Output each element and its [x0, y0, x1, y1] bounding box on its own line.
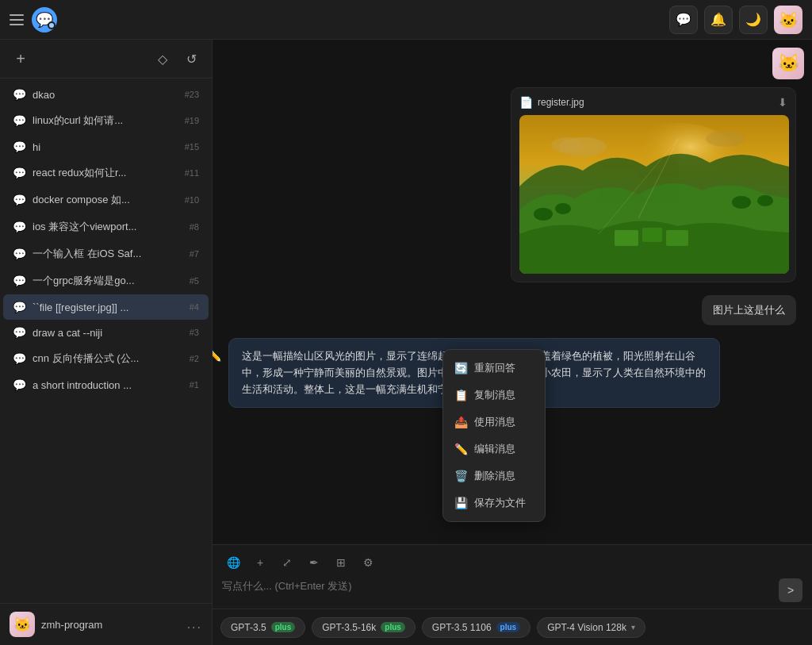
chat-avatar-image: 🐱	[772, 48, 804, 79]
chat-item[interactable]: 💬 cnn 反向传播公式 (公... #2	[3, 345, 209, 372]
chat-item-num: #1	[190, 380, 199, 390]
context-delete-label: 删除消息	[474, 469, 515, 483]
new-chat-button[interactable]: +	[10, 48, 32, 70]
message-input[interactable]	[222, 578, 772, 602]
download-button[interactable]: ⬇	[778, 96, 787, 109]
chat-item-name: hi	[33, 141, 178, 153]
svg-point-8	[534, 208, 553, 221]
svg-rect-5	[615, 230, 638, 246]
svg-point-9	[555, 203, 571, 214]
chat-bubble-icon: 💬	[13, 167, 26, 179]
model-gpt35[interactable]: GPT-3.5 plus	[220, 617, 305, 638]
chat-item[interactable]: 💬 a short introduction ... #1	[3, 372, 209, 397]
sidebar-header: + ◇ ↺	[0, 40, 212, 79]
sidebar-refresh-button[interactable]: ↺	[180, 48, 202, 70]
sidebar-user-avatar: 🐱	[10, 612, 35, 637]
chat-item-name: ``file [[register.jpg]] ...	[33, 301, 183, 313]
sidebar-action-icon1[interactable]: ◇	[151, 48, 174, 70]
table-tool-button[interactable]: ⊞	[330, 551, 352, 574]
use-icon: 📤	[454, 416, 468, 428]
chat-item[interactable]: 💬 draw a cat --niji #3	[3, 320, 209, 345]
chat-item[interactable]: 💬 linux的curl 如何请... #19	[3, 107, 209, 134]
chat-bubble-icon: 💬	[676, 12, 691, 27]
chat-bubble-icon: 💬	[13, 140, 26, 153]
chat-item-num: #11	[185, 168, 199, 178]
chat-item[interactable]: 💬 docker compose 如... #10	[3, 186, 209, 213]
sidebar: + ◇ ↺ 💬 dkao #23 💬 linux的curl 如何请... #19…	[0, 40, 213, 645]
add-tool-button[interactable]: +	[249, 551, 271, 574]
chat-item-num: #4	[190, 302, 199, 312]
bookmark-icon: ◇	[158, 52, 167, 67]
table-icon: ⊞	[336, 556, 346, 569]
hamburger-icon[interactable]	[10, 14, 24, 25]
chevron-down-icon: ▾	[631, 623, 635, 632]
expand-icon: ⤢	[282, 556, 292, 569]
chat-bubble-icon: 💬	[13, 326, 26, 339]
notification-button[interactable]: 🔔	[704, 6, 733, 34]
chat-item-num: #7	[190, 249, 199, 259]
landscape-svg	[519, 115, 789, 274]
chat-item-name: react redux如何让r...	[33, 166, 178, 180]
model-gpt35-16k[interactable]: GPT-3.5-16k plus	[312, 617, 416, 638]
model-gpt4-vision[interactable]: GPT-4 Vision 128k ▾	[537, 617, 645, 638]
context-copy[interactable]: 📋 复制消息	[443, 382, 545, 409]
context-use[interactable]: 📤 使用消息	[443, 409, 545, 436]
chat-bubble-icon: 💬	[13, 378, 26, 391]
chat-item-name: dkao	[33, 89, 178, 101]
context-edit-label: 编辑消息	[474, 442, 515, 456]
context-copy-label: 复制消息	[474, 388, 515, 402]
chat-item[interactable]: 💬 dkao #23	[3, 82, 209, 107]
chat-item-name: ios 兼容这个viewport...	[33, 220, 183, 234]
expand-tool-button[interactable]: ⤢	[276, 551, 298, 574]
chat-item-name: draw a cat --niji	[33, 327, 183, 339]
edit-message-icon[interactable]: ✏️	[213, 346, 224, 365]
topbar: 💬 💬 🔔 🌙 🐱	[0, 0, 812, 40]
model-gpt35-1106-badge: plus	[496, 622, 521, 632]
chat-item-name: a short introduction ...	[33, 379, 183, 391]
context-edit[interactable]: ✏️ 编辑消息	[443, 436, 545, 463]
context-retry[interactable]: 🔄 重新回答	[443, 355, 545, 382]
dark-mode-button[interactable]: 🌙	[739, 6, 768, 34]
context-delete[interactable]: 🗑️ 删除消息	[443, 463, 545, 490]
sidebar-more-button[interactable]: ...	[187, 617, 202, 632]
moon-icon: 🌙	[745, 12, 761, 27]
svg-point-10	[732, 196, 751, 209]
chat-item-active[interactable]: 💬 ``file [[register.jpg]] ... #4	[3, 294, 209, 320]
chat-item-num: #23	[185, 90, 199, 99]
chat-item[interactable]: 💬 一个grpc服务端是go... #5	[3, 267, 209, 294]
globe-tool-button[interactable]: 🌐	[222, 551, 244, 574]
context-retry-label: 重新回答	[474, 361, 515, 375]
chat-item[interactable]: 💬 ios 兼容这个viewport... #8	[3, 213, 209, 240]
settings-tool-button[interactable]: ⚙	[357, 551, 379, 574]
delete-icon: 🗑️	[454, 470, 468, 482]
context-save[interactable]: 💾 保存为文件	[443, 490, 545, 516]
models-bar: GPT-3.5 plus GPT-3.5-16k plus GPT-3.5 11…	[213, 609, 812, 645]
image-header: 📄 register.jpg ⬇	[519, 96, 787, 109]
chat-item[interactable]: 💬 hi #15	[3, 134, 209, 159]
svg-point-11	[757, 195, 773, 206]
chat-item[interactable]: 💬 一个输入框 在iOS Saf... #7	[3, 240, 209, 267]
landscape-image	[519, 115, 789, 274]
image-container: 📄 register.jpg ⬇	[511, 87, 796, 282]
user-avatar-top[interactable]: 🐱	[774, 6, 802, 34]
chat-bubble-icon: 💬	[13, 275, 26, 287]
chat-item-name: 一个输入框 在iOS Saf...	[33, 247, 183, 261]
logo-icon: 💬	[32, 7, 57, 33]
refresh-icon: ↺	[186, 52, 197, 67]
model-gpt35-label: GPT-3.5	[231, 622, 266, 633]
save-icon: 💾	[454, 497, 468, 509]
retry-icon: 🔄	[454, 362, 468, 374]
chat-icon-button[interactable]: 💬	[669, 6, 698, 34]
model-gpt4-label: GPT-4 Vision 128k	[547, 622, 626, 633]
send-button[interactable]: >	[779, 578, 802, 602]
chat-item-name: docker compose 如...	[33, 193, 178, 207]
context-save-label: 保存为文件	[474, 496, 526, 510]
chat-item-name: cnn 反向传播公式 (公...	[33, 351, 183, 366]
chat-item[interactable]: 💬 react redux如何让r... #11	[3, 159, 209, 186]
chat-item-num: #8	[190, 222, 199, 232]
svg-point-4	[706, 131, 745, 147]
chat-item-num: #2	[190, 354, 199, 363]
send-icon: >	[787, 584, 794, 597]
edit-tool-button[interactable]: ✒	[303, 551, 325, 574]
model-gpt35-1106[interactable]: GPT-3.5 1106 plus	[422, 617, 530, 638]
